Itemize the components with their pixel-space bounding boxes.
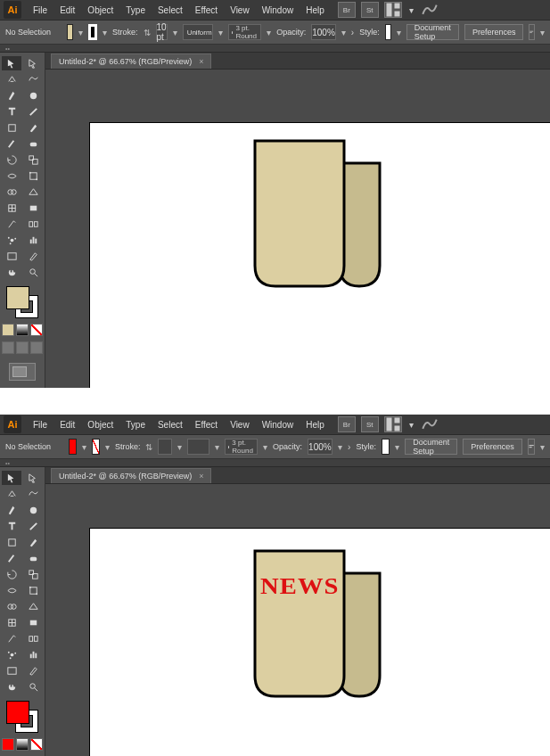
menu-view[interactable]: View bbox=[224, 5, 256, 15]
close-tab-icon[interactable]: × bbox=[199, 472, 203, 481]
magic-wand-tool[interactable] bbox=[2, 487, 21, 501]
stroke-weight-field[interactable]: 10 pt bbox=[156, 24, 168, 40]
stroke-stepper-icon[interactable]: ⇅ bbox=[145, 440, 152, 454]
opacity-dropdown-icon[interactable]: ▾ bbox=[341, 25, 346, 39]
blob-brush-tool[interactable] bbox=[23, 503, 43, 517]
style-dropdown-icon[interactable]: ▾ bbox=[397, 25, 401, 39]
arrange-docs-button[interactable] bbox=[384, 2, 402, 18]
gradient-mini-swatch[interactable] bbox=[16, 324, 29, 336]
slice-tool[interactable] bbox=[23, 249, 43, 263]
blend-tool[interactable] bbox=[23, 631, 43, 645]
width-tool[interactable] bbox=[2, 583, 21, 597]
selection-tool[interactable] bbox=[2, 56, 21, 70]
mesh-tool[interactable] bbox=[2, 201, 21, 215]
style-dropdown-icon[interactable]: ▾ bbox=[395, 440, 399, 454]
rectangle-tool[interactable] bbox=[2, 120, 21, 135]
close-tab-icon[interactable]: × bbox=[199, 57, 203, 66]
perspective-tool[interactable] bbox=[23, 599, 43, 613]
magic-wand-tool[interactable] bbox=[2, 72, 21, 86]
draw-behind-icon[interactable] bbox=[16, 341, 29, 354]
menu-view[interactable]: View bbox=[224, 420, 256, 430]
zoom-tool[interactable] bbox=[23, 679, 43, 694]
stroke-weight-dropdown-icon[interactable]: ▾ bbox=[173, 25, 177, 39]
pencil-tool[interactable] bbox=[2, 136, 21, 151]
canvas-stage[interactable] bbox=[45, 70, 550, 388]
eyedropper-tool[interactable] bbox=[2, 217, 21, 231]
line-tool[interactable] bbox=[23, 519, 43, 533]
symbol-sprayer-tool[interactable] bbox=[2, 233, 21, 247]
shape-builder-tool[interactable] bbox=[2, 599, 21, 613]
stroke-swatch[interactable] bbox=[92, 439, 100, 455]
align-panel-icon[interactable] bbox=[528, 439, 535, 455]
arrange-docs-button[interactable] bbox=[384, 416, 402, 432]
type-tool[interactable] bbox=[2, 519, 21, 533]
fill-swatch[interactable] bbox=[67, 24, 73, 40]
brush-definition[interactable]: 3 pt. Round bbox=[228, 24, 262, 40]
style-swatch[interactable] bbox=[382, 439, 390, 455]
stroke-stepper-icon[interactable]: ⇅ bbox=[144, 25, 151, 39]
lasso-tool[interactable] bbox=[23, 487, 43, 501]
rotate-tool[interactable] bbox=[2, 567, 21, 581]
stock-button[interactable]: St bbox=[361, 416, 379, 432]
slice-tool[interactable] bbox=[23, 663, 43, 678]
rectangle-tool[interactable] bbox=[2, 535, 21, 549]
menu-help[interactable]: Help bbox=[300, 420, 331, 430]
draw-normal-icon[interactable] bbox=[2, 341, 14, 354]
brush-dropdown-icon[interactable]: ▾ bbox=[267, 25, 271, 39]
menu-edit[interactable]: Edit bbox=[53, 5, 81, 15]
canvas-stage[interactable]: NEWS bbox=[45, 484, 550, 756]
hand-tool[interactable] bbox=[2, 679, 21, 694]
style-swatch[interactable] bbox=[385, 24, 391, 40]
menu-type[interactable]: Type bbox=[119, 5, 152, 15]
profile-dropdown-icon[interactable]: ▾ bbox=[218, 25, 223, 39]
stroke-weight-dropdown-icon[interactable]: ▾ bbox=[177, 440, 182, 454]
menu-file[interactable]: File bbox=[27, 420, 53, 430]
screen-mode-icon[interactable] bbox=[9, 363, 36, 381]
gradient-tool[interactable] bbox=[23, 201, 43, 215]
blend-tool[interactable] bbox=[23, 217, 43, 231]
menu-file[interactable]: File bbox=[27, 5, 53, 15]
hand-tool[interactable] bbox=[2, 265, 21, 279]
opacity-field[interactable]: 100% bbox=[311, 24, 336, 40]
menu-object[interactable]: Object bbox=[81, 420, 119, 430]
fill-stroke-control[interactable] bbox=[6, 286, 38, 318]
gpu-icon[interactable] bbox=[422, 417, 438, 431]
gpu-icon[interactable] bbox=[422, 3, 438, 17]
menu-object[interactable]: Object bbox=[81, 5, 119, 15]
stock-button[interactable]: St bbox=[361, 2, 379, 18]
menu-help[interactable]: Help bbox=[300, 5, 331, 15]
shape-builder-tool[interactable] bbox=[2, 185, 21, 199]
menu-effect[interactable]: Effect bbox=[189, 420, 224, 430]
mesh-tool[interactable] bbox=[2, 615, 21, 629]
stroke-swatch[interactable] bbox=[88, 24, 97, 40]
more-options-icon[interactable]: › bbox=[351, 28, 354, 37]
menu-select[interactable]: Select bbox=[152, 420, 189, 430]
menu-window[interactable]: Window bbox=[256, 5, 300, 15]
menu-type[interactable]: Type bbox=[119, 420, 152, 430]
paintbrush-tool[interactable] bbox=[23, 120, 43, 135]
stroke-dropdown-icon[interactable]: ▾ bbox=[105, 440, 110, 454]
artboard-tool[interactable] bbox=[2, 663, 21, 678]
color-mini-swatch[interactable] bbox=[2, 324, 14, 336]
pen-tool[interactable] bbox=[2, 503, 21, 517]
brush-dropdown-icon[interactable]: ▾ bbox=[263, 440, 267, 454]
document-setup-button[interactable]: Document Setup bbox=[406, 24, 459, 40]
pen-tool[interactable] bbox=[2, 88, 21, 103]
column-graph-tool[interactable] bbox=[23, 233, 43, 247]
menu-select[interactable]: Select bbox=[152, 5, 189, 15]
preferences-button[interactable]: Preferences bbox=[464, 24, 524, 40]
gradient-mini-swatch[interactable] bbox=[16, 738, 29, 751]
menu-window[interactable]: Window bbox=[256, 420, 300, 430]
variable-width-profile[interactable] bbox=[187, 439, 209, 455]
bridge-button[interactable]: Br bbox=[338, 416, 356, 432]
perspective-tool[interactable] bbox=[23, 185, 43, 199]
scale-tool[interactable] bbox=[23, 152, 43, 167]
stroke-dropdown-icon[interactable]: ▾ bbox=[103, 25, 107, 39]
column-graph-tool[interactable] bbox=[23, 647, 43, 662]
menu-edit[interactable]: Edit bbox=[53, 420, 81, 430]
direct-selection-tool[interactable] bbox=[23, 471, 43, 485]
controlbar-menu-icon[interactable]: ▾ bbox=[540, 25, 545, 39]
chevron-down-icon[interactable]: ▾ bbox=[407, 5, 416, 15]
fill-box-icon[interactable] bbox=[6, 701, 29, 724]
pencil-tool[interactable] bbox=[2, 551, 21, 565]
